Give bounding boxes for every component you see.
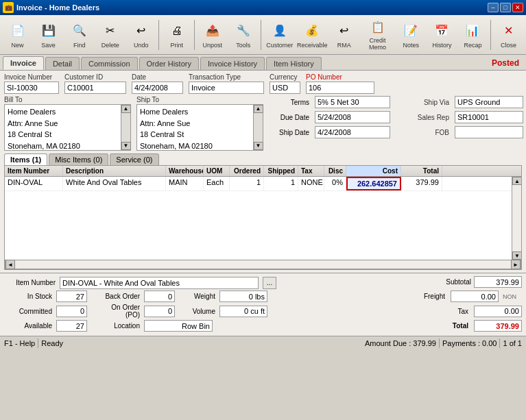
po-number-input[interactable] [306, 82, 374, 94]
tools-button[interactable]: 🔧 Tools [228, 17, 258, 53]
unpost-button[interactable]: 📤 Unpost [198, 17, 227, 53]
h-scroll-left[interactable]: ◄ [5, 260, 15, 269]
col-description: Description [63, 166, 166, 176]
close-button[interactable]: ✕ Close [494, 17, 523, 53]
new-button[interactable]: 📄 New [3, 17, 32, 53]
maximize-button[interactable]: □ [500, 3, 511, 12]
ship-to-line2: Attn: Anne Sue [140, 118, 260, 129]
creditmemo-button[interactable]: 📋 Credit Memo [360, 17, 394, 53]
cell-total: 379.99 [401, 177, 442, 190]
grid-body: DIN-OVAL White And Oval Tables MAIN Each… [5, 177, 521, 260]
history-label: History [432, 42, 451, 49]
grid-header: Item Number Description Warehouse UOM Or… [5, 166, 521, 177]
receivable-icon: 💰 [302, 21, 322, 40]
tab-items[interactable]: Items (1) [4, 153, 47, 165]
toolbar: 📄 New 💾 Save 🔍 Find ✂ Delete ↩ Undo 🖨 Pr… [0, 15, 526, 55]
customer-button[interactable]: 👤 Customer [264, 17, 295, 53]
currency-input[interactable] [270, 82, 300, 94]
item-number-row: Item Number ... Subtotal [4, 276, 522, 289]
cell-cost[interactable]: 262.642857 [346, 177, 401, 190]
col-uom: UOM [204, 166, 230, 176]
item-browse-button[interactable]: ... [263, 277, 276, 289]
minimize-button[interactable]: – [488, 3, 499, 12]
location-input [144, 320, 213, 332]
rma-label: RMA [337, 42, 351, 49]
terms-label: Terms [272, 99, 309, 106]
committed-row: Committed On Order (PO) Volume Tax [4, 304, 522, 319]
recap-icon: 📊 [463, 21, 482, 40]
freight-value [451, 291, 499, 302]
due-date-input[interactable] [315, 111, 390, 123]
bill-to-label: Bill To [4, 96, 131, 103]
col-disc: Disc [324, 166, 346, 176]
ship-to-scroll-down[interactable]: ▼ [254, 142, 263, 150]
tab-service[interactable]: Service (0) [110, 153, 158, 165]
undo-button[interactable]: ↩ Undo [126, 17, 156, 53]
ship-to-label: Ship To [136, 96, 263, 103]
save-icon: 💾 [39, 21, 58, 40]
delete-button[interactable]: ✂ Delete [95, 17, 125, 53]
help-text: F1 - Help [4, 339, 35, 347]
tab-order-history[interactable]: Order History [139, 57, 199, 70]
subtotal-row: Subtotal [433, 276, 522, 288]
transaction-type-label: Transaction Type [189, 73, 264, 81]
tab-invoice[interactable]: Invoice [3, 56, 44, 70]
date-input[interactable] [132, 82, 183, 94]
ship-via-input[interactable] [455, 96, 523, 108]
customer-id-group: Customer ID [64, 73, 126, 94]
bill-to-scroll-down[interactable]: ▼ [121, 142, 131, 150]
col-cost: Cost [346, 166, 401, 176]
invoice-number-input[interactable] [4, 82, 59, 94]
grid-scrollbar-horizontal: ◄ ► [5, 260, 521, 269]
print-button[interactable]: 🖨 Print [162, 17, 191, 53]
currency-group: Currency [270, 73, 300, 94]
tab-detail[interactable]: Detail [45, 57, 80, 70]
recap-label: Recap [464, 42, 481, 49]
status-sep-3 [499, 338, 500, 348]
customer-id-input[interactable] [64, 82, 126, 94]
ship-to-scroll-up[interactable]: ▲ [254, 105, 263, 113]
weight-label: Weight [184, 293, 215, 300]
new-label: New [12, 42, 24, 49]
sales-rep-input[interactable] [455, 111, 523, 123]
scroll-track [512, 185, 521, 251]
on-order-input [144, 306, 175, 317]
ship-to-line1: Home Dealers [140, 106, 260, 118]
grid-scroll-down[interactable]: ▼ [512, 251, 522, 260]
bill-to-scroll-up[interactable]: ▲ [121, 105, 131, 113]
recap-button[interactable]: 📊 Recap [458, 17, 488, 53]
undo-label: Undo [134, 42, 149, 49]
item-number-field[interactable] [60, 277, 259, 289]
due-date-label: Due Date [272, 114, 309, 121]
print-icon: 🖨 [167, 21, 187, 40]
tab-misc-items[interactable]: Misc Items (0) [49, 153, 108, 165]
history-button[interactable]: 📅 History [427, 17, 457, 53]
receivable-button[interactable]: 💰 Receivable [296, 17, 328, 53]
freight-label: Freight [407, 293, 445, 300]
find-button[interactable]: 🔍 Find [64, 17, 94, 53]
save-button[interactable]: 💾 Save [34, 17, 63, 53]
ship-to-box: Home Dealers Attn: Anne Sue 18 Central S… [136, 104, 263, 151]
location-label: Location [95, 322, 140, 330]
grid-scroll-up[interactable]: ▲ [512, 177, 522, 185]
h-scroll-right[interactable]: ► [511, 260, 521, 269]
tab-item-history[interactable]: Item History [266, 57, 322, 70]
delete-label: Delete [101, 42, 119, 49]
creditmemo-icon: 📋 [368, 19, 387, 36]
fob-input[interactable] [455, 126, 523, 138]
rma-button[interactable]: ↩ RMA [329, 17, 359, 53]
ship-date-input[interactable] [315, 126, 390, 138]
ship-via-label: Ship Via [415, 99, 449, 106]
tab-commission[interactable]: Commission [81, 57, 138, 70]
col-ordered: Ordered [230, 166, 264, 176]
close-window-button[interactable]: ✕ [512, 3, 523, 12]
terms-input[interactable] [315, 96, 390, 108]
notes-button[interactable]: 📝 Notes [396, 17, 426, 53]
status-bar: F1 - Help Ready Amount Due : 379.99 Paym… [0, 336, 526, 349]
print-label: Print [171, 42, 184, 49]
tab-invoice-history[interactable]: Invoice History [200, 57, 265, 70]
find-icon: 🔍 [70, 21, 89, 40]
available-label: Available [4, 322, 52, 330]
ship-date-label: Ship Date [272, 129, 309, 136]
transaction-type-input[interactable] [189, 82, 264, 94]
